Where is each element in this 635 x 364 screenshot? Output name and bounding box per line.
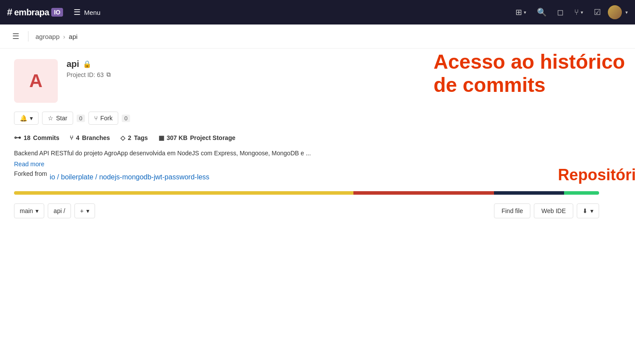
navbar-actions: ⊞ ▾ 🔍 ◻ ⑂ ▾ ☑ ▾ [512,5,628,20]
download-icon: ⬇ [582,207,588,214]
tags-label: Tags [134,134,148,141]
branches-count: 4 [76,134,79,141]
main-content: A api 🔒 Project ID: 63 ⧉ Acesso ao histó… [0,49,613,229]
tags-icon: ◇ [120,134,125,141]
merge-request-button[interactable]: ⑂ ▾ [571,5,587,20]
branches-icon: ⑂ [70,134,73,141]
theme-icon: ◻ [557,7,564,17]
theme-button[interactable]: ◻ [554,5,567,20]
breadcrumb-separator: › [63,33,65,40]
hamburger-icon: ☰ [74,7,81,17]
project-title-row: api 🔒 [67,59,328,69]
project-header: A api 🔒 Project ID: 63 ⧉ Acesso ao histó… [14,59,599,103]
copy-icon[interactable]: ⧉ [106,71,111,78]
commits-count: 18 [24,134,31,141]
bell-icon: 🔔 [20,115,27,122]
menu-label: Menu [84,9,101,16]
annotation-repo-base: Repositório-base [558,166,635,184]
todo-icon: ☑ [594,7,601,17]
storage-size: 307 KB [167,134,187,141]
logo-text: embrapa [14,7,49,18]
lang-html [494,191,564,195]
storage-icon: ▦ [159,134,164,141]
storage-label: Project Storage [190,134,235,141]
chevron-down-icon: ▾ [590,207,593,214]
commits-label: Commits [33,134,60,141]
todo-button[interactable]: ☑ [590,5,604,20]
chevron-down-icon: ▾ [35,207,39,214]
chevron-down-icon: ▾ [86,207,89,214]
project-avatar: A [14,59,58,103]
user-avatar[interactable] [608,5,622,19]
avatar-chevron-icon: ▾ [625,10,628,15]
breadcrumb-api: api [69,33,78,40]
project-section: A api 🔒 Project ID: 63 ⧉ Acesso ao histó… [14,59,599,218]
language-bar [14,191,599,195]
notification-button[interactable]: 🔔 ▾ [14,112,39,125]
forked-from-text: Forked from [14,170,47,177]
path-text: api / [53,207,65,214]
breadcrumb-agroapp[interactable]: agroapp [35,33,60,40]
search-icon: 🔍 [537,7,547,17]
lock-icon: 🔒 [83,60,92,68]
fork-count: 0 [122,115,130,122]
logo[interactable]: # embrapa IO [7,7,63,18]
commits-stat[interactable]: ⊶ 18 Commits [14,133,59,142]
find-file-button[interactable]: Find file [494,203,530,218]
action-buttons: 🔔 ▾ ☆ Star 0 ⑂ Fork 0 [14,112,599,125]
read-more-link[interactable]: Read more [14,161,599,168]
star-count: 0 [77,115,85,122]
project-description: Backend API RESTful do projeto AgroApp d… [14,149,599,158]
star-icon: ☆ [48,115,53,122]
repo-base-annotation: Repositório-base [558,166,635,184]
fork-label: Fork [100,115,113,122]
logo-hash: # [7,7,12,18]
plus-icon: ⊞ [515,7,522,17]
path-display: api / [48,203,71,218]
web-ide-button[interactable]: Web IDE [534,203,573,218]
download-button[interactable]: ⬇ ▾ [577,203,599,218]
branches-label: Branches [82,134,110,141]
star-button[interactable]: ☆ Star [42,112,73,125]
star-label: Star [56,115,67,122]
avatar-image [608,5,622,19]
sidebar-toggle-button[interactable]: ☰ [11,30,21,43]
navbar: # embrapa IO ☰ Menu ⊞ ▾ 🔍 ◻ ⑂ ▾ ☑ ▾ [0,0,635,24]
stats-row: ⊶ 18 Commits ⑂ 4 Branches ◇ 2 Tags ▦ 307… [14,133,599,142]
breadcrumb: agroapp › api [35,33,78,40]
project-id-row: Project ID: 63 ⧉ [67,71,328,78]
divider [28,31,28,42]
chevron-down-icon: ▾ [581,10,583,15]
storage-stat: ▦ 307 KB Project Storage [159,134,236,141]
menu-button[interactable]: ☰ Menu [74,7,101,17]
fork-source-link[interactable]: io / boilerplate / nodejs-mongodb-jwt-pa… [49,173,209,181]
branches-stat[interactable]: ⑂ 4 Branches [70,134,110,141]
lang-css [353,191,494,195]
fork-icon: ⑂ [94,115,98,122]
fork-button[interactable]: ⑂ Fork [88,112,118,125]
chevron-down-icon: ▾ [524,10,526,15]
branch-label: main [20,207,33,214]
tags-stat[interactable]: ◇ 2 Tags [120,134,148,141]
annotation-text-1: Acesso ao histórico de commits [434,50,625,97]
project-info: api 🔒 Project ID: 63 ⧉ [67,59,328,78]
lang-other [564,191,599,195]
bottom-toolbar: main ▾ api / + ▾ Find file Web IDE ⬇ ▾ [14,203,599,218]
project-name: api [67,59,79,69]
lang-javascript [14,191,353,195]
add-file-button[interactable]: + ▾ [74,203,95,218]
merge-icon: ⑂ [574,8,579,17]
create-button[interactable]: ⊞ ▾ [512,5,530,20]
search-button[interactable]: 🔍 [533,5,550,20]
tags-count: 2 [128,134,131,141]
sub-header: ☰ agroapp › api [0,24,635,49]
forked-from-row: Forked from io / boilerplate / nodejs-mo… [14,170,599,184]
project-id-label: Project ID: 63 [67,71,104,78]
branch-selector[interactable]: main ▾ [14,203,44,218]
commits-icon: ⊶ [14,133,21,142]
logo-io: IO [51,8,63,17]
chevron-down-icon: ▾ [30,115,33,122]
plus-icon: + [80,207,84,214]
